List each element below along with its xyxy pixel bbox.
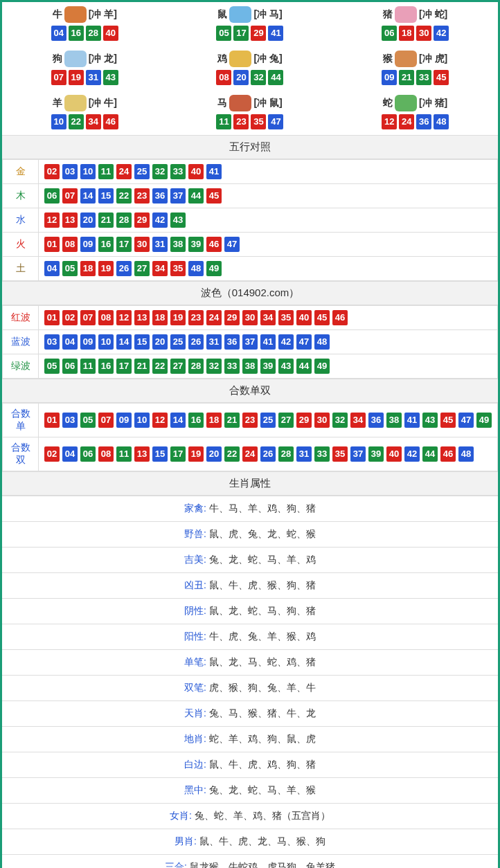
table-row: 土04051819262734354849	[3, 257, 498, 281]
number-ball: 35	[170, 261, 186, 276]
attr-row: 地肖: 蛇、羊、鸡、狗、鼠、虎	[2, 726, 498, 752]
number-ball: 12	[116, 310, 132, 325]
attr-label: 天肖:	[184, 707, 206, 718]
number-ball: 35	[251, 114, 266, 129]
attr-value: 牛、虎、兔、羊、猴、鸡	[206, 631, 316, 642]
number-ball: 32	[206, 359, 222, 374]
number-ball: 16	[98, 359, 114, 374]
zodiac-conflict: [冲 牛]	[89, 97, 117, 109]
page-container: 牛[冲 羊]04162840鼠[冲 马]05172941猪[冲 蛇]061830…	[0, 0, 500, 868]
number-ball: 15	[98, 188, 114, 204]
number-ball: 42	[152, 213, 168, 228]
table-row: 合数单0103050709101214161821232527293032343…	[3, 404, 498, 437]
number-ball: 32	[332, 413, 348, 428]
number-ball: 23	[242, 413, 258, 428]
attr-label: 阳性:	[184, 631, 206, 642]
row-value: 0204060811131517192022242628313335373940…	[39, 437, 498, 471]
number-ball: 04	[62, 446, 78, 462]
attr-value: 鼠龙猴、牛蛇鸡、虎马狗、兔羊猪	[187, 861, 335, 868]
zodiac-animal-icon	[395, 6, 417, 23]
row-value: 04051819262734354849	[39, 257, 498, 281]
zodiac-cell: 猪[冲 蛇]06183042	[332, 2, 498, 46]
number-ball: 09	[116, 413, 132, 428]
number-ball: 13	[134, 446, 150, 462]
number-ball: 44	[422, 446, 438, 462]
number-ball: 19	[170, 310, 186, 325]
attr-value: 鼠、牛、虎、鸡、狗、猪	[206, 759, 316, 770]
number-ball: 23	[188, 310, 204, 325]
number-ball: 36	[368, 413, 384, 428]
number-ball: 49	[314, 359, 330, 374]
zodiac-cell: 马[冲 鼠]11233547	[168, 91, 333, 135]
zodiac-animal-icon	[395, 51, 417, 67]
number-ball: 01	[44, 413, 60, 428]
row-key: 土	[3, 257, 39, 281]
section-header-heshu: 合数单双	[2, 379, 498, 403]
number-ball: 32	[152, 164, 168, 179]
number-ball: 42	[434, 26, 449, 41]
zodiac-cell: 牛[冲 羊]04162840	[2, 2, 168, 46]
row-key: 木	[3, 184, 39, 208]
zodiac-conflict: [冲 蛇]	[419, 8, 447, 21]
attr-row: 天肖: 兔、马、猴、猪、牛、龙	[2, 700, 498, 726]
number-ball: 05	[62, 261, 78, 276]
number-ball: 34	[260, 310, 276, 325]
table-row: 蓝波03040910141520252631363741424748	[3, 330, 498, 354]
number-ball: 22	[116, 188, 132, 204]
number-ball: 48	[314, 334, 330, 350]
attr-row: 阴性: 鼠、龙、蛇、马、狗、猪	[2, 598, 498, 624]
attr-value: 兔、龙、蛇、马、羊、猴	[206, 784, 316, 795]
row-value: 0108091617303138394647	[39, 233, 498, 257]
number-row: 07193143	[2, 70, 168, 85]
number-ball: 20	[233, 70, 249, 85]
number-ball: 38	[242, 359, 258, 374]
attr-row: 男肖: 鼠、牛、虎、龙、马、猴、狗	[2, 829, 498, 854]
number-ball: 33	[170, 164, 186, 179]
number-ball: 30	[416, 26, 431, 41]
number-ball: 35	[332, 446, 348, 462]
attr-label: 三合:	[165, 861, 187, 868]
number-ball: 14	[170, 413, 186, 428]
number-ball: 44	[268, 70, 283, 85]
number-ball: 19	[188, 446, 204, 462]
number-ball: 36	[224, 334, 240, 350]
number-ball: 24	[242, 446, 258, 462]
zodiac-name: 猪	[383, 8, 393, 21]
number-ball: 48	[188, 261, 204, 276]
number-row: 05172941	[168, 26, 333, 41]
number-ball: 27	[134, 261, 150, 276]
number-ball: 26	[260, 446, 276, 462]
number-ball: 18	[206, 413, 222, 428]
attr-row: 吉美: 兔、龙、蛇、马、羊、鸡	[2, 547, 498, 572]
row-key: 水	[3, 208, 39, 233]
row-value: 02031011242532334041	[39, 160, 498, 184]
attr-label: 双笔:	[184, 682, 206, 693]
zodiac-name: 牛	[53, 8, 62, 21]
zodiac-animal-icon	[229, 6, 251, 23]
number-ball: 24	[116, 164, 132, 179]
number-ball: 20	[80, 213, 96, 228]
zodiac-cell: 鼠[冲 马]05172941	[168, 2, 333, 46]
number-ball: 44	[188, 188, 204, 204]
number-ball: 14	[80, 188, 96, 204]
number-ball: 18	[399, 26, 414, 41]
number-ball: 45	[314, 310, 330, 325]
number-ball: 38	[170, 237, 186, 252]
table-row: 绿波05061116172122272832333839434449	[3, 354, 498, 379]
attr-row: 女肖: 兔、蛇、羊、鸡、猪（五宫肖）	[2, 803, 498, 829]
number-ball: 48	[458, 446, 474, 462]
number-ball: 43	[278, 359, 294, 374]
number-ball: 49	[206, 261, 222, 276]
number-row: 0102070812131819232429303435404546	[44, 310, 492, 325]
attr-value: 鼠、牛、虎、龙、马、猴、狗	[197, 835, 325, 847]
attr-label: 男肖:	[175, 835, 197, 847]
attr-value: 鼠、龙、马、蛇、鸡、猪	[206, 656, 316, 667]
zodiac-cell: 羊[冲 牛]10223446	[2, 91, 168, 135]
number-ball: 46	[332, 310, 348, 325]
number-ball: 41	[404, 413, 420, 428]
number-ball: 49	[476, 413, 492, 428]
attr-row: 野兽: 鼠、虎、兔、龙、蛇、猴	[2, 521, 498, 547]
table-row: 金02031011242532334041	[3, 160, 498, 184]
table-row: 红波0102070812131819232429303435404546	[3, 306, 498, 330]
number-ball: 05	[216, 26, 231, 41]
